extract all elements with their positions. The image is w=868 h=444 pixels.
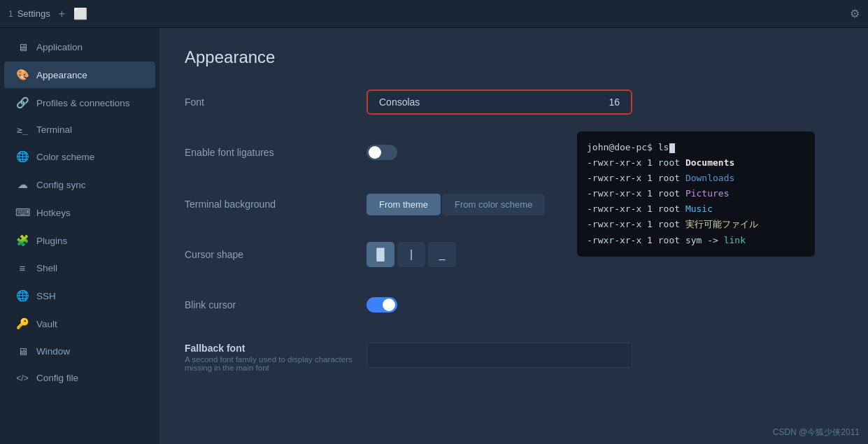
ssh-icon: 🌐 xyxy=(15,289,29,302)
sidebar-item-plugins[interactable]: 🧩 Plugins xyxy=(4,227,155,254)
window-icon: 🖥 xyxy=(15,345,29,357)
config-file-icon: </> xyxy=(15,373,29,383)
sidebar-item-terminal[interactable]: ≥_ Terminal xyxy=(4,117,155,142)
appearance-icon: 🎨 xyxy=(15,69,29,81)
fallback-font-label-wrap: Fallback font A second font family used … xyxy=(185,343,367,372)
font-ligatures-toggle[interactable] xyxy=(367,145,397,160)
sidebar-item-profiles[interactable]: 🔗 Profiles & connections xyxy=(4,89,155,116)
tab-icon[interactable]: ⬜ xyxy=(73,7,87,20)
term-name-2: Downloads xyxy=(685,173,734,183)
sidebar-item-window[interactable]: 🖥 Window xyxy=(4,338,155,364)
term-perm-5: -rwxr-xr-x 1 root xyxy=(587,219,685,229)
sidebar: 🖥 Application 🎨 Appearance 🔗 Profiles & … xyxy=(0,28,159,444)
sidebar-label-profiles: Profiles & connections xyxy=(36,98,130,108)
cursor-block-icon: █ xyxy=(376,248,384,261)
vault-icon: 🔑 xyxy=(15,317,29,330)
sidebar-item-application[interactable]: 🖥 Application xyxy=(4,34,155,60)
add-tab-icon[interactable]: + xyxy=(59,8,65,20)
fallback-font-sub: A second font family used to display cha… xyxy=(185,355,367,372)
term-perm-3: -rwxr-xr-x 1 root xyxy=(587,188,685,199)
hotkeys-icon: ⌨ xyxy=(15,206,29,219)
titlebar-right: ⚙ xyxy=(850,7,860,20)
sidebar-item-color-scheme[interactable]: 🌐 Color scheme xyxy=(4,143,155,170)
tab-number: 1 xyxy=(8,9,13,19)
term-line-3: -rwxr-xr-x 1 root Pictures xyxy=(587,186,805,201)
term-name-5: 実行可能ファイル xyxy=(685,219,758,229)
font-label: Font xyxy=(185,96,367,108)
sidebar-item-shell[interactable]: ≡ Shell xyxy=(4,255,155,281)
font-selector[interactable]: Consolas 16 xyxy=(367,89,632,115)
cursor-underscore-button[interactable]: _ xyxy=(428,242,456,267)
content-inner: Appearance Font Consolas 16 Enable font … xyxy=(185,48,843,372)
sidebar-label-shell: Shell xyxy=(36,263,57,273)
terminal-bg-label: Terminal background xyxy=(185,199,367,210)
term-prompt-line: john@doe-pc$ ls xyxy=(587,140,805,155)
terminal-bg-group: From theme From color scheme xyxy=(367,194,545,215)
titlebar-left: 1 Settings + ⬜ xyxy=(8,7,87,20)
toggle-knob xyxy=(369,146,381,159)
blink-cursor-toggle[interactable] xyxy=(367,297,397,313)
sidebar-item-config-file[interactable]: </> Config file xyxy=(4,366,155,390)
sidebar-item-ssh[interactable]: 🌐 SSH xyxy=(4,282,155,309)
application-icon: 🖥 xyxy=(15,41,29,53)
font-size-display: 16 xyxy=(609,96,620,108)
terminal-preview: john@doe-pc$ ls -rwxr-xr-x 1 root Docume… xyxy=(577,131,815,257)
font-setting-row: Font Consolas 16 xyxy=(185,87,843,117)
sidebar-label-terminal: Terminal xyxy=(36,124,72,135)
config-sync-icon: ☁ xyxy=(15,178,29,191)
terminal-icon: ≥_ xyxy=(15,124,29,135)
color-scheme-icon: 🌐 xyxy=(15,150,29,163)
sidebar-label-config-sync: Config sync xyxy=(36,180,86,190)
term-line-6: -rwxr-xr-x 1 root sym -> link xyxy=(587,233,805,248)
term-perm-1: -rwxr-xr-x 1 root xyxy=(587,157,685,168)
sidebar-item-config-sync[interactable]: ☁ Config sync xyxy=(4,171,155,198)
term-line-4: -rwxr-xr-x 1 root Music xyxy=(587,201,805,217)
settings-gear-icon[interactable]: ⚙ xyxy=(850,7,860,20)
cursor-bar-button[interactable]: | xyxy=(397,242,425,267)
content-area: Appearance Font Consolas 16 Enable font … xyxy=(159,28,868,444)
sidebar-item-appearance[interactable]: 🎨 Appearance xyxy=(4,62,155,88)
shell-icon: ≡ xyxy=(15,262,29,274)
profiles-icon: 🔗 xyxy=(15,96,29,109)
titlebar-text: Settings xyxy=(17,8,50,19)
sidebar-label-application: Application xyxy=(36,42,83,52)
fallback-font-row: Fallback font A second font family used … xyxy=(185,340,843,372)
term-cursor xyxy=(669,143,675,153)
cursor-bar-icon: | xyxy=(410,248,413,261)
term-perm-6: -rwxr-xr-x 1 root sym -> xyxy=(587,235,724,245)
watermark: CSDN @今狐少侠2011 xyxy=(773,427,860,438)
page-title: Appearance xyxy=(185,48,843,67)
term-perm-2: -rwxr-xr-x 1 root xyxy=(587,173,685,183)
cursor-underscore-icon: _ xyxy=(439,248,446,261)
titlebar-title: 1 Settings xyxy=(8,8,50,19)
term-line-2: -rwxr-xr-x 1 root Downloads xyxy=(587,171,805,186)
sidebar-label-window: Window xyxy=(36,346,70,357)
sidebar-label-appearance: Appearance xyxy=(36,70,87,80)
bg-from-color-button[interactable]: From color scheme xyxy=(442,194,545,215)
plugins-icon: 🧩 xyxy=(15,234,29,247)
sidebar-label-color-scheme: Color scheme xyxy=(36,152,94,162)
term-perm-4: -rwxr-xr-x 1 root xyxy=(587,203,685,214)
term-name-6: link xyxy=(724,235,746,245)
sidebar-item-vault[interactable]: 🔑 Vault xyxy=(4,310,155,337)
term-line-1: -rwxr-xr-x 1 root Documents xyxy=(587,155,805,171)
blink-toggle-knob xyxy=(383,299,395,311)
sidebar-label-config-file: Config file xyxy=(36,373,78,383)
sidebar-item-hotkeys[interactable]: ⌨ Hotkeys xyxy=(4,199,155,226)
cursor-shape-group: █ | _ xyxy=(367,242,456,267)
term-name-4: Music xyxy=(685,203,713,214)
fallback-font-label: Fallback font xyxy=(185,343,367,354)
bg-from-theme-button[interactable]: From theme xyxy=(367,194,441,215)
font-ligatures-label: Enable font ligatures xyxy=(185,147,367,158)
term-name-1: Documents xyxy=(685,157,734,168)
term-prompt-text: john@doe-pc$ ls xyxy=(587,142,669,152)
sidebar-label-hotkeys: Hotkeys xyxy=(36,208,71,218)
titlebar: 1 Settings + ⬜ ⚙ xyxy=(0,0,868,28)
cursor-block-button[interactable]: █ xyxy=(367,242,394,267)
blink-cursor-row: Blink cursor xyxy=(185,289,843,320)
fallback-font-input[interactable] xyxy=(367,343,632,368)
font-name-display: Consolas xyxy=(379,96,420,108)
term-name-3: Pictures xyxy=(685,188,730,199)
sidebar-label-vault: Vault xyxy=(36,319,57,329)
sidebar-label-plugins: Plugins xyxy=(36,236,67,246)
